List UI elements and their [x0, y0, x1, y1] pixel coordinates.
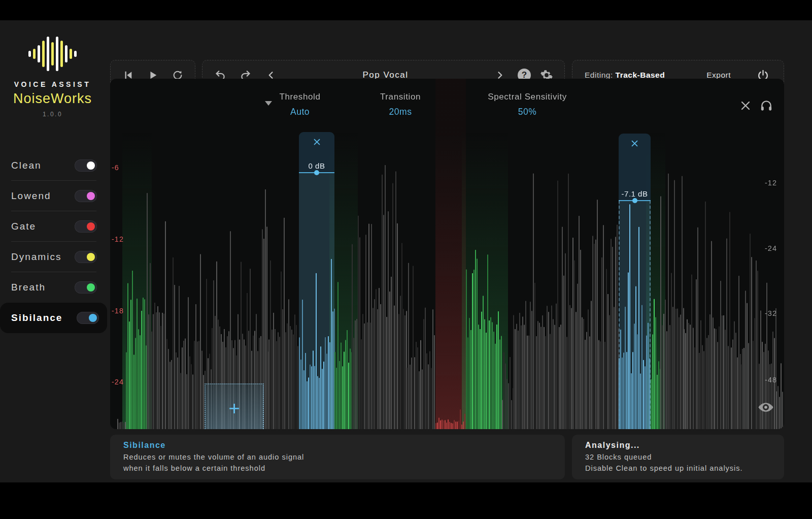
- module-list: CleanLowendGateDynamicsBreathSibilance: [0, 150, 105, 333]
- lowend-toggle[interactable]: [75, 190, 97, 202]
- visibility-eye-icon[interactable]: [758, 401, 774, 416]
- sidebar-item-clean[interactable]: Clean: [0, 150, 105, 181]
- info-line: when it falls below a certain threshold: [123, 464, 552, 472]
- module-info-panel: Sibilance Reduces or mutes the volume of…: [110, 435, 565, 479]
- spectral-sensitivity-value[interactable]: 50%: [488, 107, 567, 117]
- module-label: Breath: [11, 282, 46, 293]
- status-title: Analysing...: [585, 441, 771, 450]
- region-header[interactable]: -7.1 dB: [619, 134, 651, 201]
- status-line: Disable Clean to speed up initial analys…: [585, 464, 771, 472]
- info-title: Sibilance: [123, 441, 552, 450]
- db-scale-left: -18: [112, 307, 124, 315]
- add-region-button[interactable]: +: [205, 383, 264, 429]
- module-label: Clean: [11, 160, 42, 171]
- dynamics-toggle[interactable]: [75, 251, 97, 263]
- transition-label: Transition: [380, 92, 421, 102]
- db-scale-right: -32: [765, 309, 777, 317]
- region-close-icon[interactable]: [313, 138, 321, 146]
- headphones-monitor-icon[interactable]: [760, 99, 773, 114]
- brand-version: 1.0.0: [0, 111, 105, 118]
- waveform-panel: Threshold Auto Transition 20ms Spectral …: [110, 79, 784, 429]
- region-gain-slider[interactable]: [299, 172, 334, 173]
- gate-toggle[interactable]: [75, 220, 97, 233]
- close-icon[interactable]: [739, 100, 752, 114]
- sidebar-item-dynamics[interactable]: Dynamics: [0, 242, 105, 272]
- sidebar-item-breath[interactable]: Breath: [0, 272, 105, 303]
- db-scale-left: -6: [112, 164, 119, 172]
- module-label: Dynamics: [11, 251, 61, 263]
- db-scale-left: -24: [112, 378, 124, 386]
- db-scale-right: -12: [765, 179, 777, 187]
- analysis-status-panel: Analysing... 32 Blocks queued Disable Cl…: [572, 435, 784, 479]
- plugin-window: VOICE ASSIST NoiseWorks 1.0.0 CleanLowen…: [0, 0, 812, 519]
- clean-toggle[interactable]: [75, 159, 97, 172]
- db-scale-right: -48: [765, 376, 777, 384]
- editing-mode-value: Track-Based: [616, 71, 665, 79]
- sibilance-toggle[interactable]: [77, 312, 99, 324]
- sidebar: VOICE ASSIST NoiseWorks 1.0.0 CleanLowen…: [0, 20, 105, 482]
- module-label: Lowend: [11, 190, 51, 202]
- sibilance-region-2[interactable]: -7.1 dB: [619, 79, 651, 429]
- region-gain-label: -7.1 dB: [622, 189, 648, 198]
- module-label: Gate: [11, 221, 36, 232]
- brand-top-text: VOICE ASSIST: [0, 80, 105, 88]
- spectral-sensitivity-control: Spectral Sensitivity 50%: [488, 92, 567, 117]
- app-background: VOICE ASSIST NoiseWorks 1.0.0 CleanLowen…: [0, 20, 812, 482]
- region-gain-label: 0 dB: [309, 161, 325, 170]
- waveform-display[interactable]: [110, 79, 784, 429]
- region-header[interactable]: 0 dB: [299, 132, 334, 173]
- region-close-icon[interactable]: [630, 139, 639, 148]
- toggle-knob: [87, 283, 95, 291]
- db-scale-left: -12: [112, 235, 124, 243]
- info-line: Reduces or mutes the volume of an audio …: [123, 453, 552, 461]
- toggle-knob: [87, 161, 95, 170]
- editing-label: Editing:: [585, 71, 613, 79]
- brand-block: VOICE ASSIST NoiseWorks 1.0.0: [0, 35, 105, 118]
- sibilance-region-1[interactable]: 0 dB: [299, 79, 334, 429]
- toggle-knob: [89, 314, 97, 322]
- waveform-logo-icon: [0, 35, 105, 73]
- toggle-knob: [87, 192, 95, 200]
- toggle-knob: [87, 253, 95, 261]
- status-line: 32 Blocks queued: [585, 453, 771, 461]
- sidebar-item-sibilance[interactable]: Sibilance: [0, 303, 107, 333]
- transition-control: Transition 20ms: [380, 92, 421, 117]
- sidebar-item-lowend[interactable]: Lowend: [0, 181, 105, 211]
- module-label: Sibilance: [11, 312, 62, 323]
- sidebar-item-gate[interactable]: Gate: [0, 211, 105, 242]
- transition-value[interactable]: 20ms: [380, 107, 421, 117]
- threshold-dropdown-icon[interactable]: [265, 101, 272, 106]
- spectral-sensitivity-label: Spectral Sensitivity: [488, 92, 567, 102]
- db-scale-right: -24: [765, 244, 777, 252]
- slider-handle[interactable]: [314, 170, 319, 175]
- region-dashed-outline: [619, 201, 651, 429]
- plus-icon: +: [228, 399, 240, 418]
- breath-toggle[interactable]: [75, 281, 97, 294]
- toggle-knob: [87, 222, 95, 231]
- brand-name: NoiseWorks: [0, 91, 105, 107]
